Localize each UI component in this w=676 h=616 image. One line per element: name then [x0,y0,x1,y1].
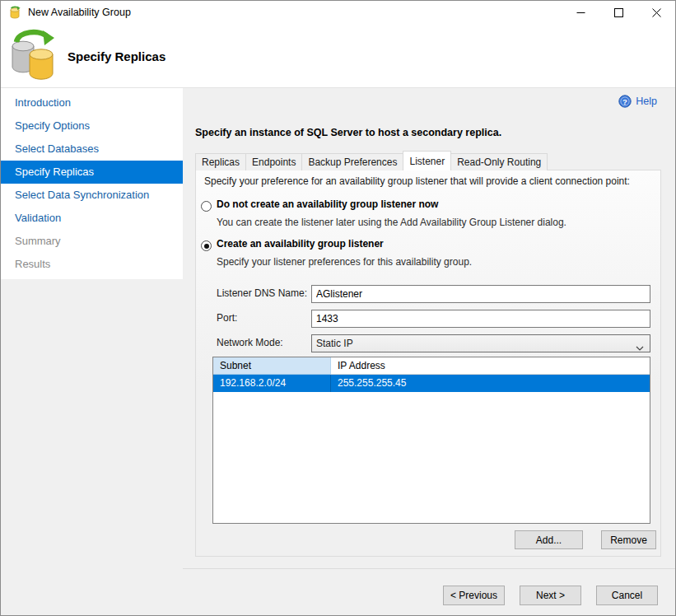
window-controls [562,1,675,25]
maximize-button[interactable] [599,1,637,25]
next-button[interactable]: Next > [520,586,581,605]
option-do-not-create-description: You can create the listener later using … [217,217,566,228]
wizard-header: Specify Replicas [0,25,676,88]
minimize-icon [576,8,585,17]
network-mode-value: Static IP [316,338,353,349]
cell-ip-address: 255.255.255.45 [331,375,650,392]
help-icon: ? [618,95,632,108]
port-label: Port: [217,312,237,324]
table-header-row: Subnet IP Address [213,357,650,375]
previous-button[interactable]: < Previous [443,586,505,605]
tab-endpoints[interactable]: Endpoints [245,153,302,170]
column-header-ip-address[interactable]: IP Address [331,357,650,375]
column-header-subnet[interactable]: Subnet [213,357,331,375]
maximize-icon [614,8,623,17]
sidebar-item-results: Results [0,253,183,276]
sidebar-item-specify-options[interactable]: Specify Options [0,114,183,138]
wizard-steps-sidebar: Introduction Specify Options Select Data… [0,88,183,615]
add-button[interactable]: Add... [515,530,583,549]
availability-group-app-icon [8,6,21,19]
option-do-not-create-label[interactable]: Do not create an availability group list… [217,198,438,210]
option-create-description: Specify your listener preferences for th… [217,256,472,268]
wizard-steps-list: Introduction Specify Options Select Data… [0,88,183,279]
sidebar-item-validation[interactable]: Validation [0,207,183,230]
sidebar-item-introduction[interactable]: Introduction [0,91,183,114]
option-create-label[interactable]: Create an availability group listener [217,238,384,250]
sidebar-item-select-databases[interactable]: Select Databases [0,138,183,161]
subnet-ip-table: Subnet IP Address 192.168.2.0/24 255.255… [212,357,650,524]
tab-listener[interactable]: Listener [403,151,451,170]
help-link[interactable]: ? Help [618,95,657,108]
chevron-down-icon [636,342,644,353]
radio-create-listener[interactable] [201,240,212,251]
svg-text:?: ? [622,97,627,106]
tab-backup-preferences[interactable]: Backup Preferences [301,153,403,170]
listener-dns-input[interactable] [311,285,650,303]
network-mode-label: Network Mode: [217,337,283,348]
network-mode-dropdown[interactable]: Static IP [311,334,650,352]
main-content: ? Help Specify an instance of SQL Server… [183,88,675,615]
footer-divider [183,568,675,569]
listener-description: Specify your preference for an availabil… [204,175,630,187]
window-title: New Availability Group [28,7,131,18]
sidebar-item-specify-replicas[interactable]: Specify Replicas [0,161,183,184]
tab-read-only-routing[interactable]: Read-Only Routing [450,153,548,170]
tab-strip: Replicas Endpoints Backup Preferences Li… [195,151,547,170]
port-input[interactable] [311,310,650,328]
titlebar: New Availability Group [0,0,676,25]
table-row[interactable]: 192.168.2.0/24 255.255.255.45 [213,375,650,392]
sidebar-item-summary: Summary [0,230,183,253]
sidebar-item-select-data-synchronization[interactable]: Select Data Synchronization [0,184,183,207]
cell-subnet: 192.168.2.0/24 [213,375,331,392]
cancel-button[interactable]: Cancel [596,586,658,605]
page-title: Specify Replicas [68,49,166,63]
listener-tab-panel: Specify your preference for an availabil… [195,170,661,557]
tab-replicas[interactable]: Replicas [195,153,246,170]
help-label: Help [636,96,657,107]
instruction-heading: Specify an instance of SQL Server to hos… [195,127,501,138]
radio-do-not-create-listener[interactable] [201,201,212,212]
minimize-button[interactable] [562,1,599,25]
listener-dns-label: Listener DNS Name: [217,287,307,299]
replica-databases-icon [7,28,59,86]
close-button[interactable] [637,1,675,25]
close-icon [652,8,661,17]
remove-button[interactable]: Remove [601,530,656,549]
